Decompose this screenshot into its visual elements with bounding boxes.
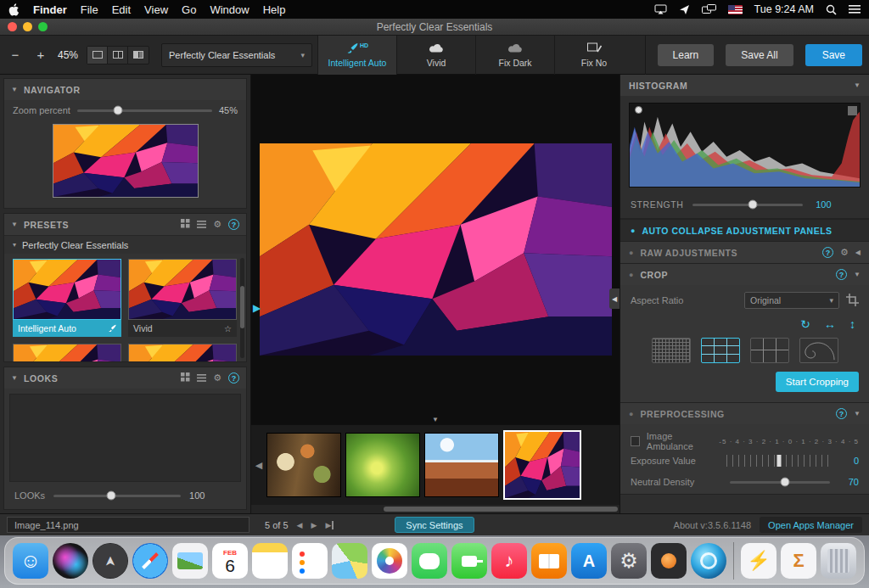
preset-tab-fix-noise[interactable]: Fix No — [555, 36, 609, 75]
crop-tool-icon[interactable] — [846, 294, 859, 308]
dock-preview[interactable] — [172, 543, 208, 579]
zoom-in-button[interactable]: + — [32, 47, 49, 64]
preset-vivid[interactable]: Vivid ☆ — [128, 259, 237, 337]
strength-slider[interactable] — [692, 204, 803, 206]
notification-center-icon[interactable] — [849, 5, 861, 14]
view-split-button[interactable] — [108, 47, 128, 64]
gear-icon[interactable]: ⚙ — [840, 248, 849, 257]
raw-adjustments-header[interactable]: ● RAW ADJUSTMENTS ? ⚙ ◀ — [620, 242, 869, 263]
dock-app-store[interactable]: A — [571, 543, 607, 579]
filmstrip-thumb-food[interactable] — [266, 433, 341, 497]
looks-header[interactable]: ▼ LOOKS ⚙ ? — [4, 367, 246, 389]
displays-icon[interactable] — [702, 4, 716, 14]
dock-perfectly-clear[interactable] — [691, 543, 726, 579]
collapse-filmstrip-handle[interactable]: ▼ — [432, 416, 439, 423]
menu-view[interactable]: View — [144, 3, 168, 16]
grid-overlay-spiral-button[interactable] — [799, 338, 838, 363]
current-filename-box[interactable]: Image_114.png — [7, 517, 249, 533]
dock-facetime[interactable] — [451, 543, 487, 579]
list-view-icon[interactable] — [197, 373, 206, 384]
dock-maps[interactable] — [332, 543, 367, 579]
dock-lightning-app[interactable]: ⚡ — [741, 543, 776, 579]
presets-header[interactable]: ▼ PRESETS ⚙ ? — [4, 214, 246, 235]
histogram-options-icon[interactable] — [848, 106, 857, 115]
filmstrip-scroll-left-button[interactable]: ◀ — [251, 460, 266, 471]
input-language-flag-icon[interactable] — [728, 5, 743, 14]
next-image-button[interactable]: ▶ — [311, 521, 317, 529]
presets-scrollbar[interactable] — [240, 258, 244, 358]
looks-strength-slider[interactable] — [53, 495, 181, 497]
dock-music[interactable]: ♪ — [491, 543, 527, 579]
grid-overlay-quarters-button[interactable] — [750, 338, 789, 363]
preset-tab-vivid[interactable]: Vivid — [397, 36, 476, 75]
menu-app-name[interactable]: Finder — [33, 3, 67, 16]
neutral-density-slider[interactable] — [730, 481, 830, 484]
auto-collapse-toggle[interactable]: ● AUTO COLLAPSE ADJUSTMENT PANELS — [620, 220, 869, 242]
dock-photos[interactable] — [372, 543, 407, 579]
learn-button[interactable]: Learn — [658, 44, 715, 66]
view-single-button[interactable] — [87, 47, 108, 64]
panel-toggle-icon[interactable]: ● — [629, 249, 633, 257]
dock-siri[interactable] — [53, 543, 88, 579]
navigator-preview[interactable] — [53, 124, 199, 198]
sync-settings-button[interactable]: Sync Settings — [395, 517, 474, 533]
preset-intelligent-auto[interactable]: Intelligent Auto — [13, 259, 121, 337]
dock-notes[interactable] — [252, 543, 288, 579]
dock-reminders[interactable] — [292, 543, 328, 579]
airplay-icon[interactable] — [654, 4, 667, 14]
gear-icon[interactable]: ⚙ — [213, 220, 221, 229]
apple-menu[interactable] — [8, 3, 20, 16]
dock-safari[interactable] — [132, 543, 168, 579]
grid-view-icon[interactable] — [181, 219, 190, 230]
histogram-header[interactable]: HISTOGRAM ▼ — [620, 75, 869, 96]
panel-toggle-icon[interactable]: ● — [629, 410, 633, 418]
help-icon[interactable]: ? — [836, 269, 847, 280]
last-image-button[interactable]: ▶ — [325, 521, 334, 529]
preset-group-row[interactable]: ▾ Perfectly Clear Essentials — [4, 235, 246, 254]
filmstrip-thumb-selected[interactable] — [503, 430, 581, 500]
aspect-ratio-select[interactable]: Original ▾ — [744, 292, 839, 309]
dock-books[interactable] — [531, 543, 567, 579]
preset-group-dropdown[interactable]: Perfectly Clear Essentials ▾ — [161, 43, 312, 67]
dock-dark-app[interactable] — [651, 543, 687, 579]
grid-view-icon[interactable] — [181, 372, 190, 384]
panel-toggle-icon[interactable]: ● — [629, 271, 633, 279]
spotlight-icon[interactable] — [826, 4, 837, 15]
save-button[interactable]: Save — [805, 44, 862, 66]
window-title-bar[interactable]: Perfectly Clear Essentials — [0, 19, 869, 36]
image-ambulance-checkbox[interactable] — [631, 436, 640, 446]
edit-preset-icon[interactable] — [108, 324, 116, 333]
expand-left-panel-handle[interactable]: ▶ — [253, 302, 261, 314]
flip-horizontal-icon[interactable]: ↔ — [824, 317, 836, 331]
navigator-zoom-slider[interactable] — [77, 109, 212, 112]
cursor-icon[interactable] — [679, 4, 690, 15]
filmstrip-scrollbar[interactable] — [251, 505, 620, 513]
menu-help[interactable]: Help — [263, 3, 286, 16]
preset-tab-fix-dark[interactable]: Fix Dark — [476, 36, 555, 75]
grid-overlay-dense-button[interactable] — [652, 338, 691, 363]
help-icon[interactable]: ? — [228, 219, 239, 230]
dock-system-preferences[interactable]: ⚙ — [611, 543, 647, 579]
exposure-value-slider[interactable] — [726, 455, 832, 467]
collapse-right-panel-handle[interactable]: ◀ — [609, 288, 620, 309]
view-side-by-side-button[interactable] — [128, 47, 149, 64]
menu-clock[interactable]: Tue 9:24 AM — [754, 3, 814, 15]
help-icon[interactable]: ? — [836, 408, 847, 419]
dock-launchpad[interactable]: ➤ — [93, 543, 128, 579]
save-all-button[interactable]: Save All — [726, 44, 793, 66]
dock-calendar[interactable]: FEB 6 — [212, 543, 248, 579]
dock-sigma-app[interactable]: Σ — [781, 543, 816, 579]
open-apps-manager-button[interactable]: Open Apps Manager — [760, 517, 862, 533]
filmstrip-thumb-chameleon[interactable] — [345, 433, 420, 497]
rotate-icon[interactable]: ↻ — [800, 317, 810, 331]
preset-partial-1[interactable] — [13, 344, 121, 361]
favorite-star-icon[interactable]: ☆ — [224, 324, 232, 333]
about-version[interactable]: About v:3.5.6.1148 — [674, 520, 752, 530]
crop-header[interactable]: ● CROP ? ▼ — [620, 264, 869, 285]
preset-partial-2[interactable] — [128, 344, 237, 361]
gear-icon[interactable]: ⚙ — [213, 373, 221, 383]
menu-go[interactable]: Go — [182, 3, 196, 16]
chevron-down-icon[interactable]: ▼ — [854, 271, 861, 278]
start-cropping-button[interactable]: Start Cropping — [776, 372, 859, 392]
list-view-icon[interactable] — [197, 220, 206, 230]
